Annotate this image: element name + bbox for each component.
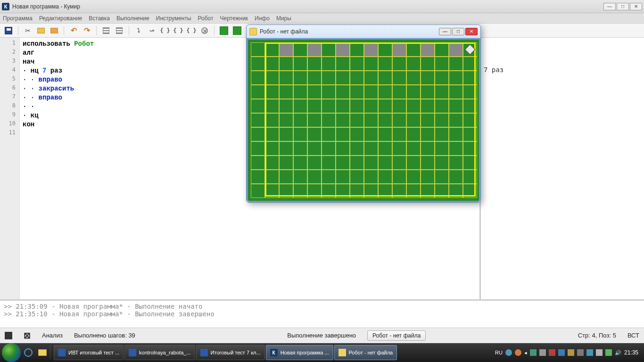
grid-cell[interactable] — [322, 99, 336, 113]
grid-cell[interactable] — [322, 71, 336, 85]
grid-cell[interactable] — [435, 170, 449, 184]
task-item[interactable]: kontrolnaya_rabota_... — [124, 345, 195, 360]
grid-cell[interactable] — [307, 71, 322, 85]
grid-cell[interactable] — [279, 127, 293, 141]
grid-cell[interactable] — [307, 57, 322, 71]
robot-close-button[interactable]: ✕ — [465, 28, 478, 35]
grid-cell[interactable] — [307, 127, 322, 141]
grid-cell[interactable] — [421, 42, 435, 57]
grid-cell[interactable] — [435, 71, 449, 85]
grid-cell[interactable] — [463, 99, 477, 113]
grid-cell[interactable] — [336, 42, 350, 57]
robot-grid[interactable] — [251, 42, 476, 198]
grid-cell[interactable] — [251, 113, 265, 127]
grid-cell[interactable] — [279, 156, 293, 170]
grid-cell[interactable] — [463, 113, 477, 127]
grid-cell[interactable] — [322, 184, 336, 198]
menu-robot[interactable]: Робот — [198, 15, 214, 22]
grid-cell[interactable] — [406, 170, 421, 184]
grid-cell[interactable] — [449, 141, 463, 156]
grid-cell[interactable] — [449, 57, 463, 71]
tray-icon[interactable] — [596, 349, 603, 356]
grid-cell[interactable] — [463, 141, 477, 156]
grid-cell[interactable] — [336, 85, 350, 99]
grid-cell[interactable] — [392, 113, 406, 127]
grid-cell[interactable] — [421, 170, 435, 184]
robot-title-bar[interactable]: Робот - нет файла — □ ✕ — [247, 25, 480, 38]
grid-cell[interactable] — [336, 184, 350, 198]
stop-button[interactable] — [199, 25, 210, 36]
robot-window[interactable]: Робот - нет файла — □ ✕ — [246, 25, 481, 203]
grid-cell[interactable] — [378, 113, 392, 127]
grid-cell[interactable] — [406, 42, 421, 57]
grid-cell[interactable] — [449, 85, 463, 99]
grid-cell[interactable] — [265, 99, 279, 113]
grid-cell[interactable] — [322, 156, 336, 170]
grid-cell[interactable] — [350, 99, 364, 113]
close-button[interactable]: ✕ — [630, 3, 642, 10]
paste-button[interactable] — [49, 25, 60, 36]
grid-cell[interactable] — [435, 42, 449, 57]
tray-icon[interactable] — [515, 349, 521, 356]
step-over-button[interactable]: ⤻ — [146, 25, 157, 36]
grid-cell[interactable] — [392, 156, 406, 170]
grid-cell[interactable] — [406, 113, 421, 127]
run-button-1[interactable] — [218, 25, 230, 36]
list-button[interactable] — [100, 25, 112, 36]
grid-cell[interactable] — [251, 170, 265, 184]
grid-cell[interactable] — [378, 156, 392, 170]
grid-cell[interactable] — [251, 184, 265, 198]
grid-cell[interactable] — [322, 42, 336, 57]
grid-cell[interactable] — [293, 184, 307, 198]
grid-cell[interactable] — [350, 156, 364, 170]
tray-icon[interactable] — [539, 349, 546, 356]
grid-cell[interactable] — [392, 184, 406, 198]
grid-cell[interactable] — [392, 170, 406, 184]
grid-cell[interactable] — [265, 85, 279, 99]
grid-cell[interactable] — [350, 42, 364, 57]
grid-cell[interactable] — [265, 156, 279, 170]
grid-cell[interactable] — [406, 71, 421, 85]
grid-cell[interactable] — [378, 141, 392, 156]
grid-cell[interactable] — [435, 99, 449, 113]
grid-cell[interactable] — [463, 57, 477, 71]
grid-cell[interactable] — [307, 184, 322, 198]
redo-button[interactable]: ↷ — [81, 25, 92, 36]
grid-cell[interactable] — [364, 127, 378, 141]
grid-cell[interactable] — [463, 71, 477, 85]
grid-cell[interactable] — [279, 57, 293, 71]
undo-button[interactable]: ↶ — [68, 25, 79, 36]
grid-cell[interactable] — [406, 127, 421, 141]
grid-cell[interactable] — [293, 57, 307, 71]
grid-cell[interactable] — [293, 71, 307, 85]
save-button[interactable] — [3, 25, 14, 36]
grid-cell[interactable] — [307, 170, 322, 184]
lang-indicator[interactable]: RU — [495, 350, 503, 355]
grid-cell[interactable] — [463, 127, 477, 141]
grid-cell[interactable] — [350, 71, 364, 85]
save-status-icon[interactable] — [5, 332, 12, 339]
grid-cell[interactable] — [350, 127, 364, 141]
start-button[interactable] — [2, 343, 21, 362]
grid-cell[interactable] — [449, 170, 463, 184]
grid-cell[interactable] — [279, 42, 293, 57]
brackets2-button[interactable]: { } — [173, 25, 184, 36]
volume-icon[interactable]: 🔊 — [615, 350, 621, 356]
grid-cell[interactable] — [336, 113, 350, 127]
menu-program[interactable]: Программа — [3, 15, 33, 22]
grid-cell[interactable] — [336, 156, 350, 170]
grid-cell[interactable] — [392, 99, 406, 113]
tray-icon[interactable] — [605, 349, 612, 356]
grid-cell[interactable] — [364, 99, 378, 113]
grid-cell[interactable] — [421, 99, 435, 113]
grid-cell[interactable] — [265, 170, 279, 184]
grid-cell[interactable] — [406, 57, 421, 71]
grid-cell[interactable] — [251, 127, 265, 141]
grid-cell[interactable] — [435, 113, 449, 127]
minimize-button[interactable]: — — [603, 3, 616, 10]
grid-cell[interactable] — [435, 57, 449, 71]
tray-icon[interactable] — [568, 349, 574, 356]
grid-cell[interactable] — [265, 184, 279, 198]
grid-cell[interactable] — [378, 184, 392, 198]
grid-cell[interactable] — [449, 99, 463, 113]
